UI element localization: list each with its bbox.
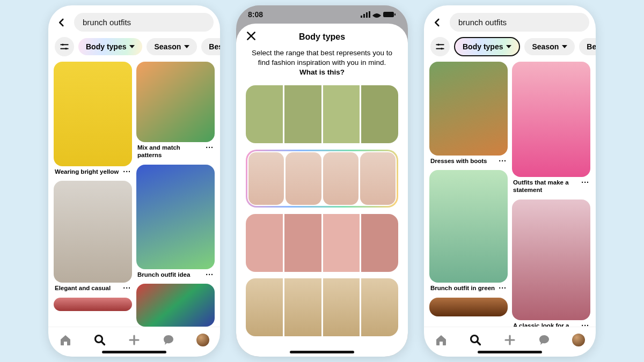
- pin-image: [136, 284, 215, 327]
- pin-title: Dresses with boots: [430, 157, 487, 165]
- svg-rect-5: [366, 12, 368, 18]
- pin-card[interactable]: [136, 284, 215, 327]
- pin-more-button[interactable]: ···: [499, 284, 507, 290]
- search-input[interactable]: brunch outfits: [74, 13, 214, 32]
- phone-screen-search-filtered: brunch outfits Body types Season Best Dr…: [424, 5, 596, 357]
- filter-button[interactable]: [430, 37, 450, 56]
- close-button[interactable]: [246, 29, 257, 45]
- pin-card[interactable]: Elegant and casual···: [54, 181, 132, 294]
- pin-image: [429, 170, 508, 283]
- back-button[interactable]: [430, 16, 444, 29]
- pin-feed[interactable]: Dresses with boots··· Brunch outfit in g…: [424, 62, 596, 327]
- range-sample: [361, 278, 398, 336]
- status-icons: [361, 11, 396, 18]
- pin-more-button[interactable]: ···: [499, 157, 507, 163]
- pin-feed[interactable]: Wearing bright yellow··· Elegant and cas…: [48, 62, 220, 327]
- chip-best-partial[interactable]: Bes: [201, 38, 220, 55]
- pin-image: [512, 200, 590, 320]
- search-icon: [469, 334, 482, 346]
- chevron-down-icon: [506, 45, 511, 48]
- plus-icon: [503, 334, 516, 346]
- pin-card[interactable]: Wearing bright yellow···: [54, 62, 132, 178]
- chip-label: Body types: [463, 42, 503, 51]
- svg-point-0: [62, 43, 64, 46]
- signal-icon: [361, 11, 370, 18]
- sliders-icon: [60, 42, 69, 51]
- sliders-icon: [435, 42, 445, 51]
- pin-card[interactable]: [429, 298, 508, 316]
- nav-create[interactable]: [127, 333, 141, 347]
- pin-title: Mix and match patterns: [137, 144, 203, 159]
- feed-column-left: Dresses with boots··· Brunch outfit in g…: [429, 62, 508, 327]
- nav-create[interactable]: [503, 333, 517, 347]
- svg-point-10: [441, 48, 443, 50]
- svg-rect-4: [363, 14, 365, 18]
- pin-image: [429, 298, 508, 316]
- svg-rect-3: [361, 16, 362, 18]
- pin-image: [54, 298, 132, 311]
- pin-more-button[interactable]: ···: [206, 144, 214, 150]
- body-type-range-4[interactable]: [246, 278, 398, 336]
- filter-chip-row: Body types Season Best: [424, 36, 596, 62]
- back-button[interactable]: [55, 16, 69, 29]
- body-type-range-3[interactable]: [246, 214, 398, 272]
- sheet-header: Body types: [246, 32, 398, 42]
- feed-column-right: Mix and match patterns··· Brunch outfit …: [136, 62, 215, 327]
- range-sample: [284, 278, 321, 336]
- search-input[interactable]: brunch outfits: [450, 13, 589, 32]
- chevron-left-icon: [57, 18, 67, 27]
- pin-more-button[interactable]: ···: [206, 271, 214, 277]
- pin-card[interactable]: Dresses with boots···: [429, 62, 508, 167]
- sheet-subtitle: Select the range that best represents yo…: [246, 48, 398, 85]
- sheet-subtitle-text: Select the range that best represents yo…: [252, 49, 392, 67]
- chip-label: Season: [154, 42, 181, 51]
- pin-card[interactable]: A classic look for a Sunday brunch date·…: [512, 200, 590, 327]
- chevron-left-icon: [433, 18, 442, 27]
- nav-profile[interactable]: [572, 333, 586, 347]
- chip-body-types[interactable]: Body types: [78, 38, 142, 55]
- nav-home[interactable]: [58, 333, 72, 347]
- body-type-range-2-selected[interactable]: [246, 150, 398, 208]
- filter-button[interactable]: [55, 37, 74, 56]
- chip-best[interactable]: Best: [579, 38, 596, 55]
- chevron-down-icon: [562, 45, 567, 48]
- chip-season[interactable]: Season: [524, 38, 575, 55]
- chip-body-types-active[interactable]: Body types: [454, 37, 520, 56]
- range-sample: [286, 152, 321, 205]
- chip-season[interactable]: Season: [147, 38, 197, 55]
- pin-card[interactable]: Outfits that make a statement···: [512, 62, 590, 196]
- chip-label: Best: [587, 42, 596, 51]
- svg-point-9: [437, 43, 440, 46]
- nav-home[interactable]: [434, 333, 448, 347]
- what-is-this-link[interactable]: What is this?: [299, 68, 345, 76]
- pin-image: [136, 165, 215, 269]
- nav-profile[interactable]: [196, 333, 210, 347]
- wifi-icon: [372, 11, 381, 18]
- pin-more-button[interactable]: ···: [581, 322, 589, 327]
- svg-rect-8: [394, 13, 396, 16]
- pin-card[interactable]: Brunch outfit idea···: [136, 165, 215, 280]
- home-indicator: [290, 351, 354, 353]
- body-type-range-1[interactable]: [246, 85, 398, 143]
- range-sample: [323, 152, 358, 205]
- nav-search[interactable]: [469, 333, 482, 347]
- nav-messages[interactable]: [537, 333, 551, 347]
- speech-bubble-icon: [162, 334, 175, 346]
- home-indicator: [478, 351, 542, 353]
- pin-title: Elegant and casual: [55, 284, 111, 292]
- nav-messages[interactable]: [162, 333, 175, 347]
- pin-card[interactable]: [54, 298, 132, 311]
- pin-more-button[interactable]: ···: [123, 284, 131, 290]
- pin-more-button[interactable]: ···: [581, 179, 589, 184]
- chevron-down-icon: [184, 45, 189, 48]
- pin-more-button[interactable]: ···: [123, 168, 131, 174]
- pin-title: A classic look for a Sunday brunch date: [513, 322, 579, 327]
- pin-card[interactable]: Mix and match patterns···: [136, 62, 215, 161]
- pin-title: Wearing bright yellow: [55, 168, 119, 175]
- range-sample: [284, 85, 321, 143]
- pin-image: [136, 62, 215, 142]
- nav-search[interactable]: [93, 333, 107, 347]
- pin-card[interactable]: Brunch outfit in green···: [429, 170, 508, 294]
- pin-title: Brunch outfit in green: [430, 284, 495, 292]
- range-sample: [246, 214, 283, 272]
